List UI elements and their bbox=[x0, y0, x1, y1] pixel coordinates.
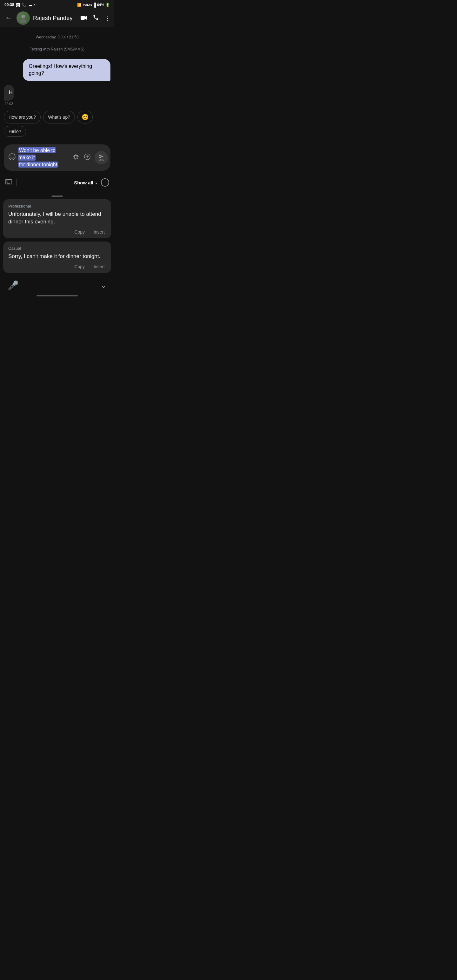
suggestion-label-professional: Professional bbox=[8, 204, 106, 208]
svg-point-5 bbox=[13, 156, 13, 156]
status-right: 📶 VOLᴛᴇ ▐ 64% 🔋 bbox=[77, 3, 110, 7]
home-indicator-area bbox=[0, 293, 114, 297]
session-label: Texting with Rajesh (SMS/MMS) bbox=[4, 47, 110, 51]
insert-button-casual[interactable]: Insert bbox=[92, 263, 106, 270]
phone-call-button[interactable] bbox=[93, 14, 99, 22]
message-input-area: Won't be able to make it for dinner toni… bbox=[4, 145, 110, 171]
toolbar-divider bbox=[16, 179, 17, 186]
video-call-button[interactable] bbox=[81, 14, 88, 22]
battery-percent: 64% bbox=[97, 3, 104, 7]
info-button[interactable]: ! bbox=[101, 178, 109, 187]
photo-icon: 🖼 bbox=[16, 3, 20, 7]
more-options-button[interactable]: ⋮ bbox=[104, 14, 110, 22]
avatar[interactable] bbox=[16, 11, 30, 25]
phone-link-icon: 📞 bbox=[22, 3, 27, 7]
send-button-inner: SMS bbox=[99, 154, 104, 161]
show-all-button[interactable]: Show all ⌄ bbox=[74, 180, 98, 185]
contact-name: Rajesh Pandey bbox=[33, 15, 78, 22]
svg-rect-8 bbox=[6, 181, 7, 181]
person-silhouette bbox=[18, 13, 28, 23]
signal-icon: ▐ bbox=[93, 3, 96, 7]
svg-rect-10 bbox=[9, 181, 9, 181]
collapse-button[interactable]: ⌄ bbox=[100, 281, 107, 290]
date-label: Wednesday, 3 Jul • 21:53 bbox=[4, 35, 110, 39]
svg-rect-15 bbox=[7, 183, 10, 184]
svg-rect-2 bbox=[81, 16, 85, 20]
keyboard-icon[interactable] bbox=[5, 179, 12, 186]
avatar-image bbox=[16, 11, 30, 25]
battery-icon: 🔋 bbox=[105, 3, 110, 7]
copy-button-casual[interactable]: Copy bbox=[73, 263, 86, 270]
smart-reply-hello[interactable]: Hello? bbox=[4, 126, 26, 137]
svg-point-4 bbox=[11, 156, 11, 156]
svg-point-0 bbox=[21, 14, 25, 18]
insert-button-professional[interactable]: Insert bbox=[92, 229, 106, 235]
drag-handle bbox=[51, 196, 63, 197]
suggestion-label-casual: Casual bbox=[8, 246, 106, 251]
svg-rect-13 bbox=[6, 182, 7, 183]
ai-suggestions-area: Professional Unfortunately, I will be un… bbox=[0, 199, 114, 277]
smart-reply-how-are-you[interactable]: How are you? bbox=[4, 111, 41, 124]
status-left: 09:38 🖼 📞 ☁ • bbox=[5, 3, 35, 7]
edit-button[interactable] bbox=[71, 152, 81, 163]
toolbar-right: Show all ⌄ ! bbox=[74, 178, 109, 187]
message-time: 22:03 bbox=[5, 102, 19, 106]
show-all-label: Show all bbox=[74, 180, 93, 185]
info-icon-label: ! bbox=[104, 180, 106, 185]
emoji-button[interactable] bbox=[8, 153, 16, 162]
back-button[interactable]: ← bbox=[4, 13, 13, 24]
message-text-input[interactable]: Won't be able to make it for dinner toni… bbox=[18, 147, 68, 168]
input-actions bbox=[71, 152, 92, 163]
lte-icon: VOLᴛᴇ bbox=[83, 3, 92, 6]
show-all-chevron-icon: ⌄ bbox=[95, 180, 98, 185]
svg-rect-12 bbox=[11, 181, 11, 181]
svg-rect-14 bbox=[7, 182, 8, 183]
smart-replies: How are you? What's up? 😊 Hello? bbox=[4, 111, 110, 137]
svg-point-1 bbox=[20, 19, 26, 23]
status-bar: 09:38 🖼 📞 ☁ • 📶 VOLᴛᴇ ▐ 64% 🔋 bbox=[0, 0, 114, 9]
dot-icon: • bbox=[34, 3, 35, 7]
toolbar-left bbox=[5, 179, 19, 186]
svg-rect-9 bbox=[7, 181, 8, 181]
suggestion-text-professional: Unfortunately, I will be unable to atten… bbox=[8, 210, 106, 226]
svg-rect-11 bbox=[10, 181, 11, 181]
bottom-bar: 🎤 ⌄ bbox=[0, 277, 114, 293]
input-selected-text-1: Won't be able to make it bbox=[18, 147, 56, 160]
app-bar: ← Rajesh Pandey ⋮ bbox=[0, 9, 114, 27]
send-label: SMS bbox=[99, 158, 104, 161]
received-message-wrap: Hi 22:03 bbox=[4, 85, 110, 106]
smart-reply-whats-up[interactable]: What's up? bbox=[43, 111, 75, 124]
chat-area: Wednesday, 3 Jul • 21:53 Texting with Ra… bbox=[0, 27, 114, 193]
suggestion-actions-professional: Copy Insert bbox=[8, 229, 106, 235]
add-button[interactable] bbox=[83, 152, 92, 163]
send-button[interactable]: SMS bbox=[95, 151, 108, 164]
sent-message: Greetings! How's everything going? bbox=[23, 59, 110, 81]
copy-button-professional[interactable]: Copy bbox=[73, 229, 86, 235]
app-bar-actions: ⋮ bbox=[81, 14, 110, 22]
suggestion-actions-casual: Copy Insert bbox=[8, 263, 106, 270]
home-indicator-bar bbox=[37, 295, 78, 296]
cloud-icon: ☁ bbox=[28, 3, 32, 7]
wifi-icon: 📶 bbox=[77, 3, 81, 7]
status-time: 09:38 bbox=[5, 3, 14, 7]
received-message: Hi bbox=[4, 85, 14, 100]
toolbar-row: Show all ⌄ ! bbox=[4, 176, 110, 188]
smart-reply-emoji[interactable]: 😊 bbox=[78, 111, 93, 124]
suggestion-card-casual: Casual Sorry, I can't make it for dinner… bbox=[3, 242, 111, 273]
handle-bar bbox=[0, 193, 114, 199]
suggestion-card-professional: Professional Unfortunately, I will be un… bbox=[3, 199, 111, 238]
input-selected-text-2: for dinner tonight bbox=[18, 162, 58, 167]
suggestion-text-casual: Sorry, I can't make it for dinner tonigh… bbox=[8, 253, 106, 260]
microphone-button[interactable]: 🎤 bbox=[8, 280, 19, 291]
